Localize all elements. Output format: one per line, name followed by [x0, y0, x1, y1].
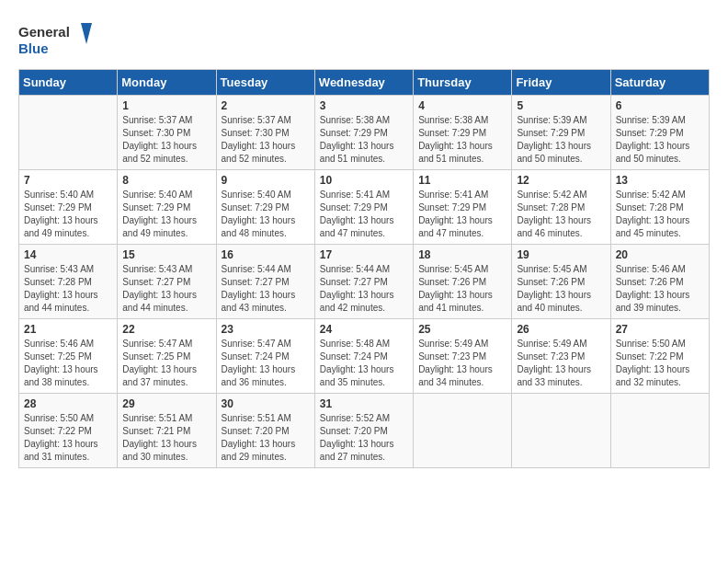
svg-marker-2 — [81, 23, 92, 44]
header-day-saturday: Saturday — [610, 70, 709, 96]
day-number: 7 — [24, 174, 112, 187]
calendar-day-cell: 26Sunrise: 5:49 AMSunset: 7:23 PMDayligh… — [512, 319, 610, 394]
calendar-day-cell: 25Sunrise: 5:49 AMSunset: 7:23 PMDayligh… — [414, 319, 512, 394]
logo-icon: General Blue — [18, 18, 92, 60]
calendar-day-cell: 21Sunrise: 5:46 AMSunset: 7:25 PMDayligh… — [19, 319, 118, 394]
day-info: Sunrise: 5:40 AMSunset: 7:29 PMDaylight:… — [122, 189, 210, 240]
calendar-day-cell: 9Sunrise: 5:40 AMSunset: 7:29 PMDaylight… — [216, 170, 314, 245]
day-info: Sunrise: 5:51 AMSunset: 7:21 PMDaylight:… — [122, 412, 210, 464]
day-number: 6 — [616, 99, 704, 112]
day-number: 21 — [24, 323, 112, 336]
day-info: Sunrise: 5:45 AMSunset: 7:26 PMDaylight:… — [517, 263, 605, 315]
calendar-day-cell: 29Sunrise: 5:51 AMSunset: 7:21 PMDayligh… — [118, 394, 216, 468]
calendar-day-cell: 11Sunrise: 5:41 AMSunset: 7:29 PMDayligh… — [414, 170, 512, 245]
calendar-day-cell: 6Sunrise: 5:39 AMSunset: 7:29 PMDaylight… — [610, 96, 709, 170]
logo: General Blue — [18, 18, 92, 60]
svg-text:General: General — [18, 24, 70, 40]
day-number: 25 — [418, 323, 506, 336]
day-info: Sunrise: 5:38 AMSunset: 7:29 PMDaylight:… — [418, 114, 506, 166]
day-info: Sunrise: 5:40 AMSunset: 7:29 PMDaylight:… — [24, 189, 112, 240]
day-number: 26 — [517, 323, 605, 336]
header-day-tuesday: Tuesday — [216, 70, 314, 96]
header-day-friday: Friday — [512, 70, 610, 96]
calendar-day-cell — [19, 96, 118, 170]
calendar-day-cell: 7Sunrise: 5:40 AMSunset: 7:29 PMDaylight… — [19, 170, 118, 245]
day-info: Sunrise: 5:49 AMSunset: 7:23 PMDaylight:… — [418, 338, 506, 389]
day-number: 17 — [320, 248, 408, 261]
day-number: 23 — [222, 323, 310, 336]
header-day-wednesday: Wednesday — [314, 70, 413, 96]
day-number: 11 — [418, 174, 506, 187]
calendar-day-cell: 2Sunrise: 5:37 AMSunset: 7:30 PMDaylight… — [216, 96, 314, 170]
day-info: Sunrise: 5:37 AMSunset: 7:30 PMDaylight:… — [122, 114, 210, 166]
day-number: 19 — [517, 248, 605, 261]
day-number: 3 — [320, 99, 408, 112]
day-info: Sunrise: 5:38 AMSunset: 7:29 PMDaylight:… — [320, 114, 408, 166]
day-info: Sunrise: 5:50 AMSunset: 7:22 PMDaylight:… — [616, 338, 704, 389]
calendar-day-cell — [610, 394, 709, 468]
day-info: Sunrise: 5:39 AMSunset: 7:29 PMDaylight:… — [616, 114, 704, 166]
day-number: 1 — [122, 99, 210, 112]
day-info: Sunrise: 5:37 AMSunset: 7:30 PMDaylight:… — [222, 114, 310, 166]
calendar-day-cell: 18Sunrise: 5:45 AMSunset: 7:26 PMDayligh… — [414, 245, 512, 319]
day-info: Sunrise: 5:44 AMSunset: 7:27 PMDaylight:… — [320, 263, 408, 315]
calendar-header-row: SundayMondayTuesdayWednesdayThursdayFrid… — [19, 70, 710, 96]
day-number: 16 — [222, 248, 310, 261]
day-info: Sunrise: 5:41 AMSunset: 7:29 PMDaylight:… — [320, 189, 408, 240]
calendar-day-cell: 17Sunrise: 5:44 AMSunset: 7:27 PMDayligh… — [314, 245, 413, 319]
day-number: 24 — [320, 323, 408, 336]
day-info: Sunrise: 5:46 AMSunset: 7:26 PMDaylight:… — [616, 263, 704, 315]
header-day-monday: Monday — [118, 70, 216, 96]
calendar-week-row: 21Sunrise: 5:46 AMSunset: 7:25 PMDayligh… — [19, 319, 710, 394]
day-number: 27 — [616, 323, 704, 336]
day-info: Sunrise: 5:43 AMSunset: 7:27 PMDaylight:… — [122, 263, 210, 315]
day-number: 12 — [517, 174, 605, 187]
page-header: General Blue — [18, 18, 710, 60]
day-number: 20 — [616, 248, 704, 261]
day-info: Sunrise: 5:43 AMSunset: 7:28 PMDaylight:… — [24, 263, 112, 315]
day-info: Sunrise: 5:45 AMSunset: 7:26 PMDaylight:… — [418, 263, 506, 315]
day-number: 4 — [418, 99, 506, 112]
day-number: 31 — [320, 397, 408, 410]
day-info: Sunrise: 5:47 AMSunset: 7:25 PMDaylight:… — [122, 338, 210, 389]
day-info: Sunrise: 5:50 AMSunset: 7:22 PMDaylight:… — [24, 412, 112, 464]
day-info: Sunrise: 5:52 AMSunset: 7:20 PMDaylight:… — [320, 412, 408, 464]
calendar-day-cell: 13Sunrise: 5:42 AMSunset: 7:28 PMDayligh… — [610, 170, 709, 245]
calendar-table: SundayMondayTuesdayWednesdayThursdayFrid… — [18, 69, 710, 468]
day-number: 15 — [122, 248, 210, 261]
day-info: Sunrise: 5:39 AMSunset: 7:29 PMDaylight:… — [517, 114, 605, 166]
calendar-day-cell: 20Sunrise: 5:46 AMSunset: 7:26 PMDayligh… — [610, 245, 709, 319]
calendar-week-row: 28Sunrise: 5:50 AMSunset: 7:22 PMDayligh… — [19, 394, 710, 468]
calendar-day-cell: 12Sunrise: 5:42 AMSunset: 7:28 PMDayligh… — [512, 170, 610, 245]
calendar-day-cell: 3Sunrise: 5:38 AMSunset: 7:29 PMDaylight… — [314, 96, 413, 170]
calendar-day-cell: 30Sunrise: 5:51 AMSunset: 7:20 PMDayligh… — [216, 394, 314, 468]
day-number: 28 — [24, 397, 112, 410]
header-day-thursday: Thursday — [414, 70, 512, 96]
day-info: Sunrise: 5:42 AMSunset: 7:28 PMDaylight:… — [616, 189, 704, 240]
calendar-week-row: 1Sunrise: 5:37 AMSunset: 7:30 PMDaylight… — [19, 96, 710, 170]
svg-text:Blue: Blue — [18, 40, 49, 56]
calendar-day-cell: 31Sunrise: 5:52 AMSunset: 7:20 PMDayligh… — [314, 394, 413, 468]
day-number: 5 — [517, 99, 605, 112]
calendar-week-row: 7Sunrise: 5:40 AMSunset: 7:29 PMDaylight… — [19, 170, 710, 245]
day-number: 8 — [122, 174, 210, 187]
calendar-day-cell: 15Sunrise: 5:43 AMSunset: 7:27 PMDayligh… — [118, 245, 216, 319]
calendar-day-cell: 23Sunrise: 5:47 AMSunset: 7:24 PMDayligh… — [216, 319, 314, 394]
calendar-day-cell: 19Sunrise: 5:45 AMSunset: 7:26 PMDayligh… — [512, 245, 610, 319]
calendar-day-cell: 4Sunrise: 5:38 AMSunset: 7:29 PMDaylight… — [414, 96, 512, 170]
calendar-week-row: 14Sunrise: 5:43 AMSunset: 7:28 PMDayligh… — [19, 245, 710, 319]
calendar-day-cell: 28Sunrise: 5:50 AMSunset: 7:22 PMDayligh… — [19, 394, 118, 468]
day-number: 29 — [122, 397, 210, 410]
day-number: 14 — [24, 248, 112, 261]
day-number: 18 — [418, 248, 506, 261]
calendar-day-cell: 5Sunrise: 5:39 AMSunset: 7:29 PMDaylight… — [512, 96, 610, 170]
day-number: 9 — [222, 174, 310, 187]
day-number: 2 — [222, 99, 310, 112]
day-info: Sunrise: 5:40 AMSunset: 7:29 PMDaylight:… — [222, 189, 310, 240]
calendar-day-cell — [414, 394, 512, 468]
calendar-day-cell: 24Sunrise: 5:48 AMSunset: 7:24 PMDayligh… — [314, 319, 413, 394]
calendar-day-cell: 10Sunrise: 5:41 AMSunset: 7:29 PMDayligh… — [314, 170, 413, 245]
day-info: Sunrise: 5:44 AMSunset: 7:27 PMDaylight:… — [222, 263, 310, 315]
day-info: Sunrise: 5:48 AMSunset: 7:24 PMDaylight:… — [320, 338, 408, 389]
calendar-day-cell: 16Sunrise: 5:44 AMSunset: 7:27 PMDayligh… — [216, 245, 314, 319]
